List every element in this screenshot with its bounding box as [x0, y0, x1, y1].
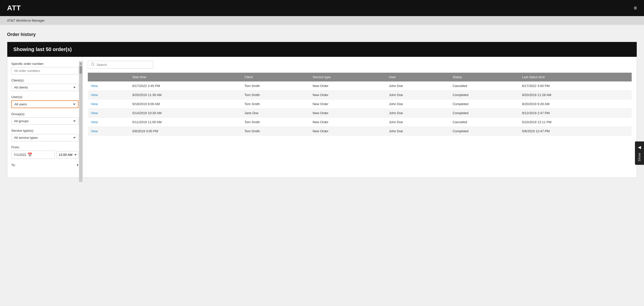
- filter-from: From: 7/1/2022 📅 12:00 AM: [11, 145, 78, 159]
- cell-start-time: 5/11/2019 11:00 AM: [129, 118, 242, 127]
- cell-user: John Doe: [386, 127, 450, 136]
- show-panel[interactable]: ◀ Show: [635, 141, 644, 165]
- table-row: View9/20/2019 11:30 AMTom SmithNew Order…: [88, 91, 632, 100]
- users-label: User(s):: [11, 95, 78, 99]
- view-link[interactable]: View: [91, 129, 98, 133]
- cell-status: Completed: [450, 127, 519, 136]
- view-link-cell: View: [88, 118, 129, 127]
- main-card: Showing last 50 order(s) ▲ Specific orde…: [7, 42, 637, 178]
- filter-clients: Client(s): All clients: [11, 78, 78, 91]
- cell-start-time: 9/20/2019 11:30 AM: [129, 91, 242, 100]
- col-view: [88, 73, 129, 81]
- order-number-input[interactable]: [11, 67, 78, 74]
- service-type-select[interactable]: All service types: [11, 134, 78, 141]
- cell-user: John Doe: [386, 81, 450, 91]
- cell-user: John Doe: [386, 118, 450, 127]
- from-time-select[interactable]: 12:00 AM: [56, 151, 78, 158]
- calendar-icon[interactable]: 📅: [27, 152, 32, 157]
- search-input[interactable]: [97, 63, 150, 67]
- order-number-label: Specific order number:: [11, 62, 78, 66]
- cell-start-time: 6/17/2022 2:45 PM: [129, 81, 242, 91]
- col-client: Client: [242, 73, 310, 81]
- cell-last-status-time: 5/8/2019 12:47 PM: [519, 127, 632, 136]
- cell-service-type: New Order: [310, 100, 386, 109]
- col-service-type: Service type: [310, 73, 386, 81]
- search-icon: [91, 63, 95, 67]
- view-link-cell: View: [88, 109, 129, 118]
- cell-user: John Doe: [386, 109, 450, 118]
- breadcrumb: AT&T Workforce Manager: [0, 16, 644, 25]
- view-link-cell: View: [88, 100, 129, 109]
- svg-point-0: [91, 63, 94, 65]
- view-link[interactable]: View: [91, 84, 98, 88]
- view-link[interactable]: View: [91, 111, 98, 115]
- cell-status: Cancelled: [450, 81, 519, 91]
- to-row: To: ▾: [11, 163, 78, 167]
- show-panel-label: Show: [638, 153, 641, 161]
- cell-client: Jane Doe: [242, 109, 310, 118]
- search-bar[interactable]: [88, 61, 153, 69]
- cell-service-type: New Order: [310, 127, 386, 136]
- from-label: From:: [11, 145, 78, 149]
- service-type-label: Service type(s):: [11, 129, 78, 133]
- clients-label: Client(s):: [11, 78, 78, 82]
- filter-service-type: Service type(s): All service types: [11, 129, 78, 141]
- menu-icon[interactable]: ≡: [634, 5, 637, 11]
- cell-client: Tom Smith: [242, 91, 310, 100]
- card-header: Showing last 50 order(s): [7, 42, 637, 57]
- cell-user: John Doe: [386, 91, 450, 100]
- cell-service-type: New Order: [310, 118, 386, 127]
- table-header-row: Start time Client Service type User Stat…: [88, 73, 632, 81]
- view-link-cell: View: [88, 91, 129, 100]
- table-row: View6/17/2022 2:45 PMTom SmithNew OrderJ…: [88, 81, 632, 91]
- cell-service-type: New Order: [310, 91, 386, 100]
- cell-service-type: New Order: [310, 81, 386, 91]
- clients-select[interactable]: All clients: [11, 84, 78, 91]
- table-row: View5/11/2019 11:00 AMTom SmithNew Order…: [88, 118, 632, 127]
- cell-start-time: 5/8/2019 3:00 PM: [129, 127, 242, 136]
- filter-panel: ▲ Specific order number: Client(s): All …: [7, 57, 83, 178]
- cell-user: John Doe: [386, 100, 450, 109]
- filter-to: To: ▾: [11, 163, 78, 167]
- cell-client: Tom Smith: [242, 118, 310, 127]
- cell-service-type: New Order: [310, 109, 386, 118]
- page-title: Order history: [7, 32, 637, 37]
- scroll-arrow-up[interactable]: ▲: [79, 61, 82, 66]
- cell-client: Tom Smith: [242, 81, 310, 91]
- users-select[interactable]: All users: [11, 100, 78, 108]
- cell-last-status-time: 5/10/2019 12:11 PM: [519, 118, 632, 127]
- svg-line-1: [94, 65, 94, 66]
- orders-table: Start time Client Service type User Stat…: [88, 73, 632, 136]
- to-chevron-icon[interactable]: ▾: [77, 163, 78, 167]
- cell-last-status-time: 9/20/2019 9:28 AM: [519, 100, 632, 109]
- view-link-cell: View: [88, 127, 129, 136]
- scroll-indicator[interactable]: ▲: [79, 61, 83, 182]
- view-link[interactable]: View: [91, 120, 98, 124]
- groups-select[interactable]: All groups: [11, 117, 78, 125]
- col-last-status-time: Last status time: [519, 73, 632, 81]
- scroll-thumb: [79, 66, 82, 74]
- cell-start-time: 5/14/2019 10:30 AM: [129, 109, 242, 118]
- content-area: Start time Client Service type User Stat…: [83, 57, 637, 178]
- col-status: Status: [450, 73, 519, 81]
- cell-status: Cancelled: [450, 118, 519, 127]
- breadcrumb-text: AT&T Workforce Manager: [7, 19, 45, 22]
- cell-client: Tom Smith: [242, 100, 310, 109]
- cell-status: Completed: [450, 100, 519, 109]
- from-date-row: 7/1/2022 📅 12:00 AM: [11, 151, 78, 159]
- cell-status: Completed: [450, 109, 519, 118]
- cell-last-status-time: 9/20/2019 11:28 AM: [519, 91, 632, 100]
- card-body: ▲ Specific order number: Client(s): All …: [7, 57, 637, 178]
- to-label: To:: [11, 163, 16, 167]
- table-row: View9/18/2019 9:00 AMTom SmithNew OrderJ…: [88, 100, 632, 109]
- top-nav-bar: ATT ≡: [0, 0, 644, 16]
- view-link[interactable]: View: [91, 93, 98, 97]
- view-link[interactable]: View: [91, 102, 98, 106]
- col-user: User: [386, 73, 450, 81]
- table-row: View5/14/2019 10:30 AMJane DoeNew OrderJ…: [88, 109, 632, 118]
- filter-groups: Group(s): All groups: [11, 112, 78, 125]
- from-date-input[interactable]: 7/1/2022 📅: [11, 151, 55, 159]
- groups-label: Group(s):: [11, 112, 78, 116]
- table-row: View5/8/2019 3:00 PMTom SmithNew OrderJo…: [88, 127, 632, 136]
- cell-last-status-time: 6/17/2022 3:00 PM: [519, 81, 632, 91]
